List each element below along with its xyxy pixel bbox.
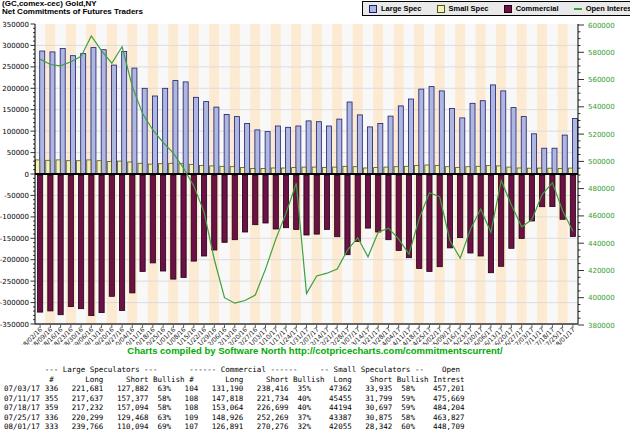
svg-text:100000: 100000 [2, 128, 29, 136]
legend-label: Commercial [516, 4, 559, 13]
svg-text:0: 0 [25, 171, 29, 179]
svg-text:50000: 50000 [7, 149, 29, 157]
legend-item-commercial: Commercial [504, 4, 559, 13]
svg-text:440000: 440000 [588, 240, 615, 248]
legend-label: Small Spec [449, 4, 489, 13]
svg-text:580000: 580000 [588, 49, 615, 57]
x-axis-date-labels: 08/02/1608/09/1608/16/1608/23/1608/30/16… [19, 326, 576, 345]
svg-text:250000: 250000 [2, 63, 29, 71]
svg-text:520000: 520000 [588, 131, 615, 139]
large-spec-swatch-icon [369, 5, 377, 13]
cot-chart-page: -350000-300000-250000-200000-150000-1000… [0, 0, 630, 434]
left-axis: -350000-300000-250000-200000-150000-1000… [0, 21, 35, 329]
svg-text:380000: 380000 [588, 322, 615, 330]
svg-text:480000: 480000 [588, 185, 615, 193]
svg-text:560000: 560000 [588, 76, 615, 84]
legend: Large SpecSmall SpecCommercialOpen Inter… [362, 1, 630, 16]
chart-title: (GC,comex-cec) Gold,NY Net Commitments o… [2, 0, 143, 16]
svg-text:540000: 540000 [588, 103, 615, 111]
cot-data-table: --- Large Speculators --- ------ Commerc… [4, 365, 465, 432]
svg-text:150000: 150000 [2, 106, 29, 114]
svg-text:420000: 420000 [588, 267, 615, 275]
credits-caption: Charts compiled by Software North http:/… [0, 345, 630, 356]
svg-text:300000: 300000 [2, 42, 29, 50]
svg-text:500000: 500000 [588, 158, 615, 166]
svg-text:400000: 400000 [588, 294, 615, 302]
svg-text:-200000: -200000 [0, 256, 29, 264]
svg-text:-50000: -50000 [4, 192, 29, 200]
svg-text:-250000: -250000 [0, 278, 29, 286]
legend-label: Open Interest [586, 4, 630, 13]
legend-item-small-spec: Small Spec [437, 4, 489, 13]
commercial-swatch-icon [504, 5, 512, 13]
small-spec-swatch-icon [437, 5, 445, 13]
svg-text:600000: 600000 [588, 22, 615, 30]
svg-text:460000: 460000 [588, 212, 615, 220]
svg-text:200000: 200000 [2, 85, 29, 93]
legend-item-open-interest: Open Interest [574, 4, 630, 13]
svg-text:-100000: -100000 [0, 213, 29, 221]
svg-text:-350000: -350000 [0, 321, 29, 329]
chart-title-line2: Net Commitments of Futures Traders [2, 7, 143, 16]
svg-text:-300000: -300000 [0, 299, 29, 307]
legend-label: Large Spec [381, 4, 421, 13]
svg-text:-150000: -150000 [0, 235, 29, 243]
cot-chart: -350000-300000-250000-200000-150000-1000… [0, 0, 630, 345]
open-interest-swatch-icon [574, 8, 582, 10]
svg-text:350000: 350000 [2, 21, 29, 29]
legend-item-large-spec: Large Spec [369, 4, 421, 13]
right-axis: 3800004000004200004400004600004800005000… [578, 22, 615, 330]
